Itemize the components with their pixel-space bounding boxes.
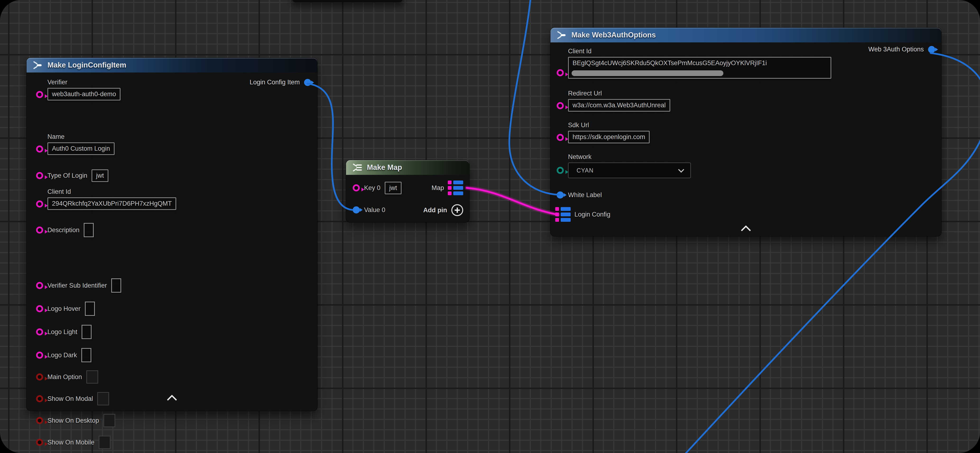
logo-hover-input[interactable] bbox=[85, 302, 95, 316]
row-login-config: Login Config bbox=[555, 206, 611, 223]
client-id-input[interactable]: 294QRkchfq2YaXUbPri7D6PH7xzHgQMT bbox=[48, 197, 176, 210]
enum-pin-icon[interactable] bbox=[557, 167, 564, 174]
network-dropdown[interactable]: CYAN bbox=[568, 163, 691, 178]
row-redirect-url: Redirect Url w3a://com.w3a.Web3AuthUnrea… bbox=[557, 90, 670, 112]
node-title: Make LoginConfigItem bbox=[48, 61, 126, 70]
field-label: Login Config bbox=[574, 211, 611, 218]
row-sdk-url: Sdk Url https://sdk.openlogin.com bbox=[557, 122, 650, 143]
string-pin-icon[interactable] bbox=[36, 172, 43, 179]
bool-pin-icon[interactable] bbox=[36, 439, 43, 446]
bool-pin-icon[interactable] bbox=[36, 417, 43, 424]
row-show-on-desktop: Show On Desktop bbox=[36, 413, 115, 428]
row-network: Network CYAN bbox=[557, 153, 691, 178]
description-input[interactable] bbox=[84, 223, 94, 237]
field-label: Show On Desktop bbox=[48, 417, 99, 424]
node-title: Make Map bbox=[367, 163, 402, 172]
wire-map-to-login-config[interactable] bbox=[467, 188, 558, 215]
node-make-web3authoptions[interactable]: Make Web3AuthOptions Web 3Auth Options C… bbox=[550, 27, 942, 236]
sdk-url-input[interactable]: https://sdk.openlogin.com bbox=[568, 131, 650, 143]
field-label: Sdk Url bbox=[568, 122, 650, 129]
string-pin-icon[interactable] bbox=[36, 200, 43, 207]
output-pin-label: Map bbox=[431, 184, 444, 192]
field-label: Redirect Url bbox=[568, 90, 670, 97]
row-main-option: Main Option bbox=[36, 369, 98, 385]
row-verifier: Verifier web3auth-auth0-demo bbox=[36, 79, 121, 100]
make-struct-icon bbox=[33, 61, 43, 70]
output-pin-label: Web 3Auth Options bbox=[868, 46, 924, 53]
verifier-sub-identifier-input[interactable] bbox=[111, 279, 121, 293]
struct-pin-icon[interactable] bbox=[557, 192, 564, 198]
string-pin-icon[interactable] bbox=[557, 102, 564, 109]
row-name: Name Auth0 Custom Login bbox=[36, 133, 115, 155]
redirect-url-input[interactable]: w3a://com.w3a.Web3AuthUnreal bbox=[568, 99, 670, 112]
key-0-input[interactable]: jwt bbox=[385, 182, 401, 194]
show-on-mobile-checkbox[interactable] bbox=[99, 436, 111, 449]
blueprint-graph-canvas[interactable]: Make LoginConfigItem Login Config Item V… bbox=[0, 0, 980, 453]
string-pin-icon[interactable] bbox=[36, 146, 43, 152]
make-struct-icon bbox=[557, 31, 566, 39]
output-row-map: Map bbox=[431, 181, 463, 195]
wire-map-to-login-config-glow bbox=[467, 188, 558, 215]
row-verifier-sub-identifier: Verifier Sub Identifier bbox=[36, 277, 121, 293]
node-title: Make Web3AuthOptions bbox=[571, 31, 656, 39]
type-of-login-input[interactable]: jwt bbox=[92, 169, 108, 182]
field-label: Verifier Sub Identifier bbox=[48, 282, 107, 289]
field-label: Verifier bbox=[48, 79, 121, 86]
row-client-id: Client Id 294QRkchfq2YaXUbPri7D6PH7xzHgQ… bbox=[36, 188, 176, 210]
row-logo-hover: Logo Hover bbox=[36, 301, 95, 317]
window-frame: Make LoginConfigItem Login Config Item V… bbox=[0, 0, 980, 453]
name-input[interactable]: Auth0 Custom Login bbox=[48, 143, 115, 155]
row-description: Description bbox=[36, 222, 94, 238]
node-header[interactable]: Make Map bbox=[346, 160, 469, 175]
collapse-chevron-icon[interactable] bbox=[167, 395, 177, 405]
map-pin-icon[interactable] bbox=[448, 181, 463, 195]
string-pin-icon[interactable] bbox=[36, 352, 43, 359]
web3auth-options-output-pin[interactable] bbox=[928, 46, 935, 53]
string-pin-icon[interactable] bbox=[353, 184, 360, 192]
add-pin-icon[interactable] bbox=[451, 204, 463, 216]
output-row-login-config-item: Login Config Item bbox=[250, 79, 311, 86]
field-label: Client Id bbox=[48, 188, 176, 195]
make-map-icon bbox=[352, 163, 362, 172]
string-pin-icon[interactable] bbox=[36, 91, 43, 98]
field-label: Client Id bbox=[568, 48, 831, 55]
login-config-item-output-pin[interactable] bbox=[304, 79, 311, 86]
output-pin-label: Login Config Item bbox=[250, 79, 300, 86]
string-pin-icon[interactable] bbox=[557, 69, 564, 76]
field-label: White Label bbox=[568, 192, 602, 199]
node-make-loginconfigitem[interactable]: Make LoginConfigItem Login Config Item V… bbox=[26, 57, 318, 411]
field-label: Show On Mobile bbox=[48, 439, 94, 446]
verifier-input[interactable]: web3auth-auth0-demo bbox=[48, 88, 121, 100]
row-show-on-mobile: Show On Mobile bbox=[36, 435, 111, 450]
node-header[interactable]: Make LoginConfigItem bbox=[27, 58, 317, 73]
client-id-input[interactable]: BEglQSgt4cUWcj6SKRdu5QkOXTsePmMcusG5EAoy… bbox=[568, 57, 831, 79]
field-label: Network bbox=[568, 153, 691, 161]
horizontal-scrollbar[interactable] bbox=[571, 70, 723, 76]
logo-light-input[interactable] bbox=[81, 325, 92, 339]
bool-pin-icon[interactable] bbox=[36, 374, 43, 380]
string-pin-icon[interactable] bbox=[36, 305, 43, 312]
field-label: Main Option bbox=[48, 374, 82, 381]
string-pin-icon[interactable] bbox=[36, 226, 43, 234]
collapse-chevron-icon[interactable] bbox=[741, 225, 751, 235]
row-logo-dark: Logo Dark bbox=[36, 347, 91, 363]
logo-dark-input[interactable] bbox=[81, 348, 91, 362]
field-label: Key 0 bbox=[364, 184, 380, 192]
main-option-checkbox[interactable] bbox=[86, 370, 98, 383]
row-value-0: Value 0 bbox=[353, 202, 385, 217]
string-pin-icon[interactable] bbox=[36, 282, 43, 289]
string-pin-icon[interactable] bbox=[36, 328, 43, 336]
add-pin-label: Add pin bbox=[423, 207, 447, 214]
row-key-0: Key 0 jwt bbox=[353, 180, 401, 195]
row-logo-light: Logo Light bbox=[36, 324, 92, 340]
show-on-desktop-checkbox[interactable] bbox=[103, 414, 115, 427]
field-label: Name bbox=[48, 133, 115, 141]
struct-pin-icon[interactable] bbox=[353, 206, 360, 214]
string-pin-icon[interactable] bbox=[557, 134, 564, 141]
field-label: Logo Light bbox=[48, 328, 77, 336]
node-make-map[interactable]: Make Map Key 0 jwt Value 0 Map Add pin bbox=[346, 160, 469, 222]
field-label: Type Of Login bbox=[48, 172, 87, 179]
map-pin-icon[interactable] bbox=[555, 207, 571, 222]
field-label: Logo Dark bbox=[48, 352, 77, 359]
node-header[interactable]: Make Web3AuthOptions bbox=[550, 28, 941, 43]
